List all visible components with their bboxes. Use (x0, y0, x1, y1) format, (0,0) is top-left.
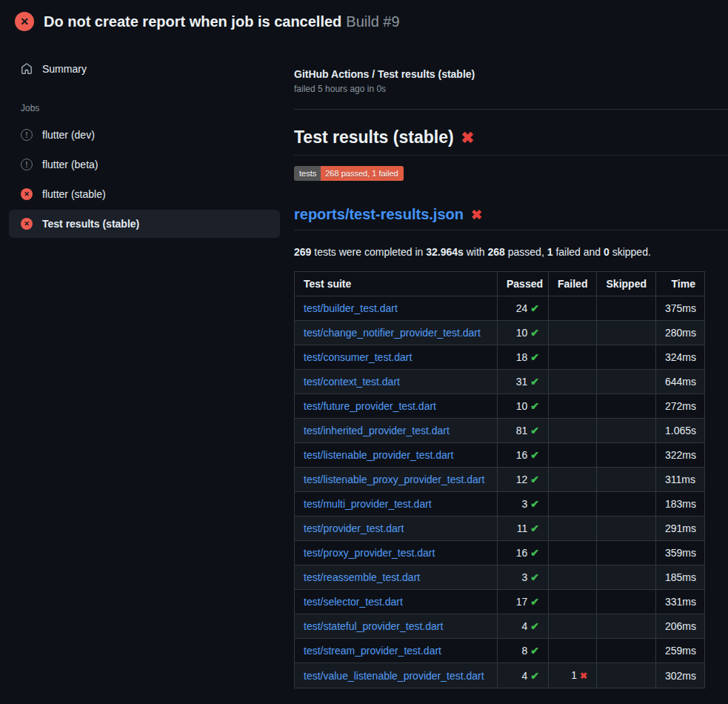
sidebar-item-flutter-stable[interactable]: ✕flutter (stable) (9, 180, 280, 208)
time-cell: 322ms (656, 443, 705, 468)
suite-cell: test/value_listenable_provider_test.dart (295, 663, 498, 688)
passed-cell: 17✔ (498, 590, 549, 614)
time-cell: 185ms (656, 565, 705, 590)
suite-cell: test/builder_test.dart (295, 296, 498, 321)
passed-cell: 11✔ (498, 517, 549, 541)
jobs-section-label: Jobs (21, 103, 289, 113)
failed-cell (549, 614, 597, 639)
suite-link[interactable]: test/proxy_provider_test.dart (304, 547, 435, 559)
time-cell: 280ms (656, 321, 705, 345)
column-header-time: Time (656, 272, 705, 296)
time-cell: 331ms (656, 590, 705, 614)
time-cell: 291ms (656, 517, 705, 541)
suite-cell: test/selector_test.dart (295, 590, 498, 614)
report-link[interactable]: reports/test-results.json (294, 206, 464, 223)
failed-cell (549, 321, 597, 345)
passed-cell: 4✔ (498, 614, 549, 639)
table-row: test/change_notifier_provider_test.dart1… (295, 321, 705, 345)
table-row: test/selector_test.dart17✔331ms (295, 590, 705, 614)
badge-label: tests (294, 166, 321, 181)
x-circle-icon: ✕ (21, 218, 33, 230)
check-icon: ✔ (530, 400, 539, 412)
check-icon: ✔ (530, 376, 539, 388)
suite-cell: test/stateful_provider_test.dart (295, 614, 498, 639)
suite-link[interactable]: test/consumer_test.dart (304, 351, 412, 363)
suite-cell: test/proxy_provider_test.dart (295, 541, 498, 565)
suite-link[interactable]: test/multi_provider_test.dart (304, 498, 432, 510)
passed-cell: 31✔ (498, 370, 549, 394)
x-circle-icon: ✕ (15, 12, 34, 31)
skipped-cell (597, 590, 656, 614)
suite-link[interactable]: test/listenable_provider_test.dart (304, 449, 453, 461)
failed-cell (549, 468, 597, 492)
table-row: test/future_provider_test.dart10✔272ms (295, 394, 705, 419)
suite-link[interactable]: test/value_listenable_provider_test.dart (304, 670, 484, 682)
badge-value: 268 passed, 1 failed (321, 166, 403, 181)
x-icon: ✖ (580, 671, 587, 681)
sidebar-item-flutter-beta[interactable]: !flutter (beta) (9, 150, 280, 179)
skipped-cell (597, 492, 656, 517)
skipped-cell (597, 419, 656, 443)
suite-cell: test/listenable_proxy_provider_test.dart (295, 468, 498, 492)
failed-cell (549, 639, 597, 663)
check-icon: ✔ (530, 351, 539, 363)
neutral-circle-icon: ! (21, 159, 33, 170)
skipped-cell (597, 639, 656, 663)
suite-cell: test/context_test.dart (295, 370, 498, 394)
run-header: ✕ Do not create report when job is cance… (0, 0, 728, 41)
section-title: Test results (stable) ✖ (294, 127, 728, 156)
cross-mark-icon: ✖ (461, 129, 475, 147)
passed-cell: 18✔ (498, 345, 549, 370)
time-cell: 1.065s (656, 419, 705, 443)
suite-link[interactable]: test/selector_test.dart (304, 596, 403, 608)
cross-mark-icon: ✖ (471, 207, 482, 223)
suite-link[interactable]: test/reassemble_test.dart (304, 571, 420, 583)
home-icon (21, 63, 33, 75)
sidebar-item-test-results-stable[interactable]: ✕Test results (stable) (9, 210, 280, 238)
passed-cell: 10✔ (498, 394, 549, 419)
suite-link[interactable]: test/context_test.dart (304, 376, 400, 388)
suite-link[interactable]: test/builder_test.dart (304, 302, 398, 314)
passed-cell: 12✔ (498, 468, 549, 492)
job-label: Test results (stable) (42, 218, 139, 230)
failed-cell (549, 370, 597, 394)
time-cell: 272ms (656, 394, 705, 419)
failed-cell: 1✖ (549, 663, 597, 688)
table-row: test/listenable_provider_test.dart16✔322… (295, 443, 705, 468)
check-icon: ✔ (530, 645, 539, 657)
passed-cell: 8✔ (498, 639, 549, 663)
failed-cell (549, 419, 597, 443)
suite-cell: test/consumer_test.dart (295, 345, 498, 370)
skipped-cell (597, 614, 656, 639)
failed-cell (549, 565, 597, 590)
sidebar: Summary Jobs !flutter (dev)!flutter (bet… (0, 41, 289, 239)
suite-link[interactable]: test/listenable_proxy_provider_test.dart (304, 474, 484, 485)
sidebar-item-flutter-dev[interactable]: !flutter (dev) (9, 121, 280, 149)
suite-cell: test/future_provider_test.dart (295, 394, 498, 419)
build-number: Build #9 (346, 13, 399, 30)
report-title: reports/test-results.json ✖ (294, 206, 728, 230)
suite-link[interactable]: test/future_provider_test.dart (304, 400, 436, 412)
table-row: test/provider_test.dart11✔291ms (295, 517, 705, 541)
suite-link[interactable]: test/provider_test.dart (304, 522, 404, 534)
suite-link[interactable]: test/stateful_provider_test.dart (304, 620, 443, 632)
run-meta: failed 5 hours ago in 0s (294, 84, 728, 94)
table-row: test/stream_provider_test.dart8✔259ms (295, 639, 705, 663)
passed-cell: 81✔ (498, 419, 549, 443)
passed-cell: 16✔ (498, 443, 549, 468)
divider (294, 109, 728, 110)
suite-link[interactable]: test/inherited_provider_test.dart (304, 425, 450, 436)
sidebar-item-summary[interactable]: Summary (9, 55, 280, 83)
suite-link[interactable]: test/change_notifier_provider_test.dart (304, 327, 481, 339)
failed-cell (549, 345, 597, 370)
time-cell: 302ms (656, 663, 705, 688)
job-label: flutter (dev) (42, 129, 95, 141)
check-icon: ✔ (530, 620, 539, 632)
table-row: test/value_listenable_provider_test.dart… (295, 663, 705, 688)
check-icon: ✔ (530, 327, 539, 339)
check-icon: ✔ (530, 449, 539, 461)
time-cell: 183ms (656, 492, 705, 517)
suite-link[interactable]: test/stream_provider_test.dart (304, 645, 441, 657)
passed-cell: 10✔ (498, 321, 549, 345)
tests-badge: tests 268 passed, 1 failed (294, 166, 404, 181)
